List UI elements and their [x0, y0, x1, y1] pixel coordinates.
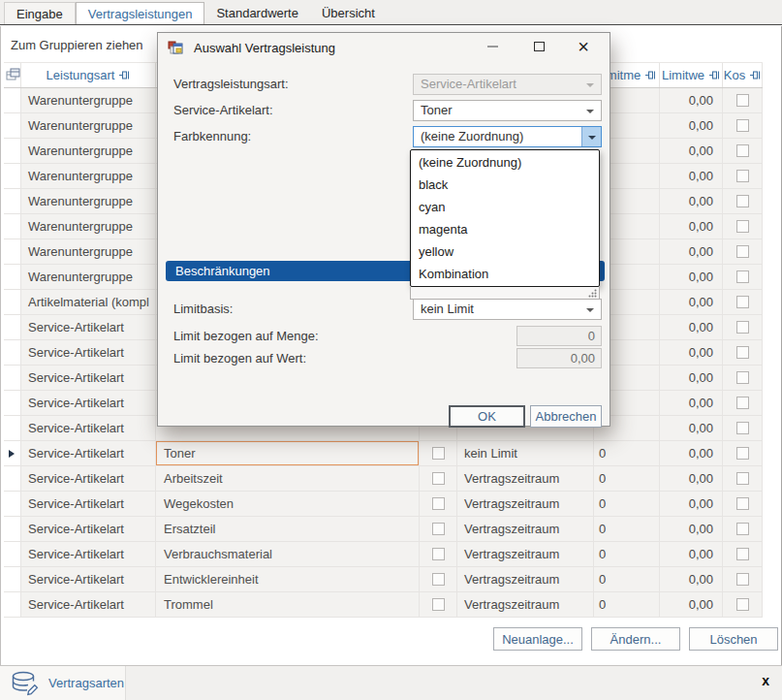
- cell-kos[interactable]: [723, 139, 763, 164]
- cell-kos[interactable]: [723, 164, 763, 189]
- cell-kos[interactable]: [723, 189, 763, 214]
- group-panel-icon[interactable]: [6, 68, 20, 82]
- cell-kos[interactable]: [723, 441, 763, 466]
- checkbox[interactable]: [736, 144, 749, 157]
- cell-chk[interactable]: [420, 592, 457, 618]
- tab-vertragsleistungen[interactable]: Vertragsleistungen: [76, 2, 205, 24]
- cell-wert[interactable]: 0,00: [660, 416, 723, 441]
- group-panel-button[interactable]: [4, 63, 21, 87]
- cell-ind[interactable]: [4, 88, 21, 113]
- cell-basis[interactable]: Vertragszeitraum: [457, 542, 594, 567]
- cell-kos[interactable]: [723, 466, 763, 492]
- checkbox[interactable]: [736, 321, 749, 334]
- cell-wert[interactable]: 0,00: [660, 88, 723, 113]
- cell-ind[interactable]: [4, 492, 21, 517]
- checkbox[interactable]: [736, 548, 749, 560]
- cell-basis[interactable]: kein Limit: [457, 441, 594, 466]
- cell-wert[interactable]: 0,00: [660, 315, 723, 340]
- cell-menge[interactable]: 0: [594, 517, 660, 542]
- cell-art[interactable]: Service-Artikelart: [21, 517, 156, 542]
- cell-wert[interactable]: 0,00: [660, 567, 723, 592]
- checkbox[interactable]: [432, 447, 445, 460]
- cell-menge[interactable]: 0: [594, 567, 660, 592]
- tab-standardwerte[interactable]: Standardwerte: [204, 2, 310, 24]
- checkbox[interactable]: [432, 548, 445, 560]
- checkbox[interactable]: [432, 523, 445, 535]
- cell-art[interactable]: Service-Artikelart: [21, 567, 156, 592]
- checkbox[interactable]: [736, 296, 749, 308]
- cell-ind[interactable]: [4, 290, 21, 315]
- cell-ind[interactable]: [4, 542, 21, 567]
- cell-name[interactable]: Arbeitszeit: [156, 466, 420, 492]
- cell-art[interactable]: Warenuntergruppe: [21, 139, 156, 164]
- cell-art[interactable]: Warenuntergruppe: [21, 88, 156, 113]
- cell-wert[interactable]: 0,00: [660, 290, 723, 315]
- checkbox[interactable]: [736, 497, 749, 510]
- cell-basis[interactable]: Vertragszeitraum: [457, 492, 594, 517]
- dropdown-resize-grip[interactable]: [410, 287, 600, 300]
- checkbox[interactable]: [736, 371, 749, 384]
- checkbox[interactable]: [736, 346, 749, 359]
- pin-icon[interactable]: [750, 70, 761, 80]
- cell-chk[interactable]: [420, 466, 457, 492]
- cell-name[interactable]: Ersatzteil: [156, 517, 420, 542]
- checkbox[interactable]: [432, 472, 445, 485]
- dropdown-option-kombination[interactable]: Kombination: [411, 263, 599, 285]
- pin-icon[interactable]: [645, 70, 656, 80]
- cell-art[interactable]: Artikelmaterial (kompl: [21, 290, 156, 315]
- cell-menge[interactable]: 0: [594, 592, 660, 618]
- cell-wert[interactable]: 0,00: [660, 492, 723, 517]
- cell-kos[interactable]: [723, 542, 763, 567]
- checkbox[interactable]: [432, 573, 445, 586]
- cell-ind[interactable]: [4, 265, 21, 290]
- cell-menge[interactable]: 0: [594, 441, 660, 466]
- cell-ind[interactable]: [4, 164, 21, 189]
- checkbox[interactable]: [736, 119, 749, 132]
- pin-icon[interactable]: [119, 70, 130, 80]
- cell-chk[interactable]: [420, 542, 457, 567]
- cell-art[interactable]: Warenuntergruppe: [21, 265, 156, 290]
- checkbox[interactable]: [736, 447, 749, 460]
- cell-wert[interactable]: 0,00: [660, 265, 723, 290]
- statusbar-close-icon[interactable]: x: [762, 673, 769, 688]
- checkbox[interactable]: [432, 497, 445, 510]
- cell-menge[interactable]: 0: [594, 466, 660, 492]
- cell-basis[interactable]: Vertragszeitraum: [457, 567, 594, 592]
- cell-wert[interactable]: 0,00: [660, 189, 723, 214]
- cell-ind[interactable]: [4, 189, 21, 214]
- checkbox[interactable]: [736, 94, 749, 107]
- cell-wert[interactable]: 0,00: [660, 466, 723, 492]
- cell-name[interactable]: Trommel: [156, 592, 420, 618]
- checkbox[interactable]: [736, 573, 749, 586]
- cell-basis[interactable]: Vertragszeitraum: [457, 517, 594, 542]
- cell-wert[interactable]: 0,00: [660, 340, 723, 366]
- cell-kos[interactable]: [723, 366, 763, 391]
- cell-art[interactable]: Service-Artikelart: [21, 492, 156, 517]
- cell-art[interactable]: Service-Artikelart: [21, 441, 156, 466]
- column-header-limitwe[interactable]: Limitwe: [660, 63, 723, 87]
- cell-kos[interactable]: [723, 592, 763, 618]
- cell-art[interactable]: Warenuntergruppe: [21, 113, 156, 139]
- cell-art[interactable]: Service-Artikelart: [21, 366, 156, 391]
- cell-art[interactable]: Warenuntergruppe: [21, 189, 156, 214]
- cell-ind[interactable]: [4, 366, 21, 391]
- cell-ind[interactable]: [4, 517, 21, 542]
- checkbox[interactable]: [736, 422, 749, 434]
- cell-ind[interactable]: [4, 340, 21, 366]
- checkbox[interactable]: [736, 170, 749, 182]
- cell-kos[interactable]: [723, 416, 763, 441]
- dropdown-option-keine-zuordnung[interactable]: (keine Zuordnung): [411, 151, 599, 174]
- checkbox[interactable]: [736, 195, 749, 207]
- cell-ind[interactable]: [4, 239, 21, 265]
- cell-kos[interactable]: [723, 290, 763, 315]
- cell-wert[interactable]: 0,00: [660, 366, 723, 391]
- cell-art[interactable]: Service-Artikelart: [21, 592, 156, 618]
- service-artikelart-combobox[interactable]: Toner: [413, 100, 602, 121]
- checkbox[interactable]: [736, 270, 749, 283]
- cell-kos[interactable]: [723, 315, 763, 340]
- cell-wert[interactable]: 0,00: [660, 517, 723, 542]
- cell-kos[interactable]: [723, 391, 763, 416]
- tab-übersicht[interactable]: Übersicht: [310, 2, 387, 24]
- cell-ind[interactable]: [4, 214, 21, 239]
- cell-ind[interactable]: [4, 567, 21, 592]
